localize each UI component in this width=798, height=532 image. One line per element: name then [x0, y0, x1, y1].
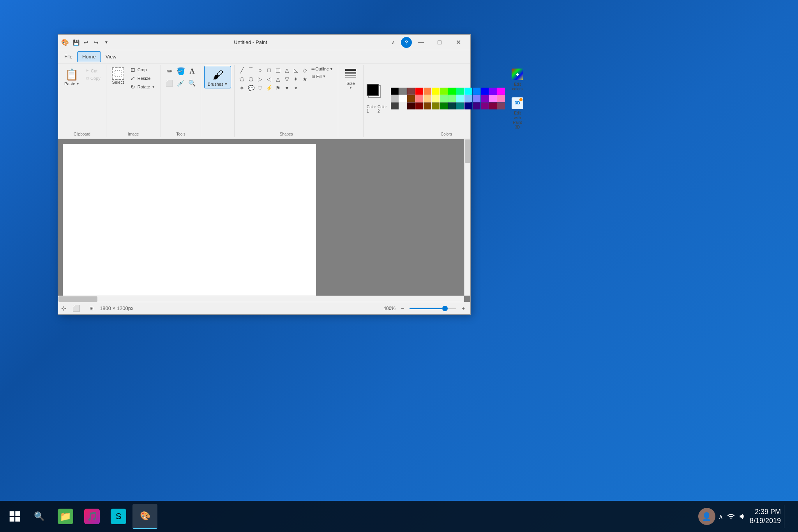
shape-more[interactable]: ▼	[291, 84, 300, 92]
start-button[interactable]	[3, 505, 26, 528]
swatch-olive[interactable]	[432, 102, 440, 109]
swatch-green[interactable]	[448, 88, 456, 95]
maximize-button[interactable]: □	[431, 36, 448, 49]
shape-pentagon[interactable]: ⬠	[238, 75, 246, 83]
shape-diamond[interactable]: ◇	[300, 66, 309, 74]
scroll-thumb-vertical[interactable]	[465, 139, 470, 163]
fill-tool[interactable]: 🪣	[175, 66, 186, 77]
canvas-area[interactable]	[63, 144, 316, 302]
chevron-up-icon[interactable]: ∧	[719, 513, 723, 520]
swatch-orange-lt[interactable]	[424, 88, 431, 95]
swatch-sky[interactable]	[464, 95, 472, 102]
horizontal-scrollbar[interactable]	[58, 296, 464, 302]
eraser-tool[interactable]: ⬜	[164, 78, 175, 88]
zoom-thumb[interactable]	[442, 306, 448, 311]
swatch-plum[interactable]	[489, 102, 497, 109]
home-menu[interactable]: Home	[77, 51, 101, 62]
swatch-indigo[interactable]	[473, 102, 480, 109]
undo-quick-btn[interactable]: ↩	[81, 38, 91, 47]
color1-box[interactable]	[367, 84, 379, 96]
swatch-mauve[interactable]	[497, 102, 505, 109]
user-avatar[interactable]: 👤	[698, 508, 715, 525]
file-menu[interactable]: File	[60, 51, 77, 62]
swatch-lime[interactable]	[440, 88, 448, 95]
resize-button[interactable]: ⤢ Resize	[127, 74, 157, 82]
shape-bubble[interactable]: 💬	[247, 84, 255, 92]
shape-heart[interactable]: ♡	[256, 84, 264, 92]
taskbar-groove[interactable]: 🎵	[79, 504, 104, 529]
taskbar-search[interactable]: 🔍	[26, 504, 51, 529]
close-button[interactable]: ✕	[449, 36, 467, 49]
select-button[interactable]: Select	[109, 66, 127, 86]
swatch-sienna[interactable]	[424, 102, 431, 109]
shape-6star[interactable]: ✶	[238, 84, 246, 92]
quick-access-dropdown[interactable]: ▼	[102, 38, 111, 47]
swatch-darkgreen[interactable]	[440, 102, 448, 109]
zoom-slider[interactable]	[410, 308, 456, 309]
shape-rtriangle[interactable]: ◺	[291, 66, 300, 74]
redo-quick-btn[interactable]: ↪	[92, 38, 101, 47]
swatch-periwinkle[interactable]	[473, 95, 480, 102]
magnify-tool[interactable]: 🔍	[187, 78, 198, 88]
shape-triangle[interactable]: △	[282, 66, 291, 74]
crop-button[interactable]: ⊡ Crop	[127, 66, 157, 74]
swatch-red[interactable]	[415, 88, 423, 95]
swatch-yellow-lt[interactable]	[432, 95, 440, 102]
swatch-teal[interactable]	[448, 102, 456, 109]
taskbar-paint[interactable]: 🎨	[132, 504, 157, 529]
paste-button[interactable]: 📋 Paste ▼	[61, 66, 83, 88]
shape-5star[interactable]: ★	[300, 75, 309, 83]
shape-curve[interactable]: ⌒	[247, 66, 255, 74]
pencil-tool[interactable]: ✏	[164, 66, 175, 77]
swatch-maroon[interactable]	[415, 102, 423, 109]
taskbar-datetime[interactable]: 2:39 PM 8/19/2019	[750, 507, 781, 526]
fill-button[interactable]: ▨ Fill ▼	[310, 73, 335, 79]
rotate-button[interactable]: ↻ Rotate ▼	[127, 83, 157, 91]
shape-arrow-r[interactable]: ▷	[256, 75, 264, 83]
swatch-purple2[interactable]	[481, 102, 489, 109]
swatch-pink-lt[interactable]	[489, 95, 497, 102]
view-menu[interactable]: View	[101, 51, 121, 62]
ribbon-collapse-btn[interactable]: ∧	[388, 38, 398, 47]
swatch-mintgreen[interactable]	[456, 88, 464, 95]
shape-line[interactable]: ╱	[238, 66, 246, 74]
shape-arrow-l[interactable]: ◁	[265, 75, 273, 83]
help-button[interactable]: ?	[401, 37, 412, 48]
swatch-darkgray[interactable]	[391, 102, 399, 109]
swatch-white[interactable]	[399, 95, 407, 102]
swatch-violet[interactable]	[481, 95, 489, 102]
shape-4star[interactable]: ✦	[291, 75, 300, 83]
shape-arrow-d[interactable]: ▽	[282, 75, 291, 83]
swatch-yellow[interactable]	[432, 88, 440, 95]
zoom-plus-button[interactable]: +	[459, 305, 467, 312]
scroll-thumb-horizontal[interactable]	[58, 296, 97, 302]
shape-rect[interactable]: □	[265, 66, 273, 74]
swatch-navy[interactable]	[464, 102, 472, 109]
swatch-magenta[interactable]	[497, 88, 505, 95]
swatch-blue-lt[interactable]	[473, 88, 480, 95]
size-button[interactable]: Size ▼	[341, 66, 360, 91]
color-picker-tool[interactable]: 💉	[175, 78, 186, 88]
show-desktop-button[interactable]	[784, 505, 789, 528]
swatch-mint[interactable]	[448, 95, 456, 102]
shape-oval[interactable]: ○	[256, 66, 264, 74]
swatch-lightgray[interactable]	[399, 102, 407, 109]
vertical-scrollbar[interactable]	[464, 139, 470, 296]
brushes-button[interactable]: 🖌 Brushes ▼	[204, 66, 231, 88]
shape-roundrect[interactable]: ▢	[274, 66, 282, 74]
shape-flag[interactable]: ⚑	[274, 84, 282, 92]
swatch-silver[interactable]	[391, 95, 399, 102]
swatch-pink[interactable]	[415, 95, 423, 102]
shape-hex[interactable]: ⬡	[247, 75, 255, 83]
swatch-black[interactable]	[391, 88, 399, 95]
swatch-rose[interactable]	[497, 95, 505, 102]
swatch-gray[interactable]	[399, 88, 407, 95]
swatch-blue[interactable]	[481, 88, 489, 95]
shape-footprint[interactable]: ▾	[282, 84, 291, 92]
shape-lightning[interactable]: ⚡	[265, 84, 273, 92]
shape-arrow-u[interactable]: △	[274, 75, 282, 83]
swatch-darkred[interactable]	[407, 102, 415, 109]
taskbar-fileexplorer[interactable]: 📁	[53, 504, 78, 529]
swatch-peach[interactable]	[424, 95, 431, 102]
swatch-purple[interactable]	[489, 88, 497, 95]
